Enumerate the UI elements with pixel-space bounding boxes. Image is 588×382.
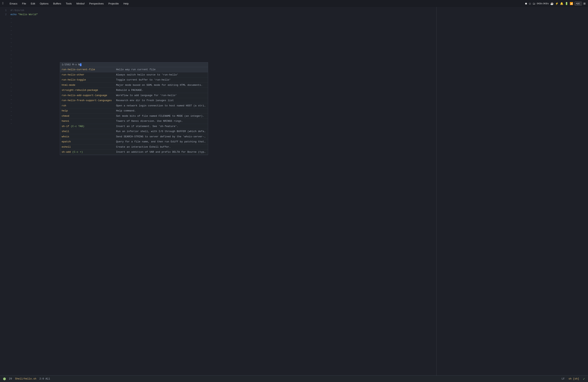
menu-file[interactable]: File [20, 1, 28, 6]
completion-desc-label: Set mode bits of file named FILENAME to … [116, 114, 206, 118]
completion-cmd-label: chmod [62, 114, 116, 118]
completion-cmd-label: run-hello-add-support-language [62, 94, 116, 97]
completion-row[interactable]: epatchQuery for a file name, and then ru… [60, 139, 208, 145]
completion-desc-label: Major mode based on SGML mode for editin… [116, 83, 206, 87]
menubar-right: ⏺ ◇ 🗂 0KB/s 0KB/s ☕ ⚡ 🔔 🔋 📶 ABC ⊞ [525, 2, 586, 5]
completion-row[interactable]: sh-add (C-c +)Insert an addition of VAR … [60, 149, 208, 155]
code-line-2: echo "Hello World" [10, 13, 436, 17]
completion-row[interactable]: run-hello-toggleToggle current buffer to… [60, 77, 208, 83]
completion-row[interactable]: eshellCreate an interactive Eshell buffe… [60, 145, 208, 150]
finder-icon: 🗂 [533, 2, 535, 5]
completion-desc-label: Help command. [116, 109, 206, 113]
completion-cmd-label: help [62, 109, 116, 113]
menu-options[interactable]: Options [38, 1, 51, 6]
completion-input: h [78, 63, 80, 66]
completion-row[interactable]: chmodSet mode bits of file named FILENAM… [60, 114, 208, 119]
completion-cmd-label: eshell [62, 145, 116, 149]
wifi-icon: 📶 [570, 2, 573, 5]
completion-cmd-label: epatch [62, 140, 116, 144]
line-numbers: 1 2 [0, 9, 10, 374]
completion-desc-label: Workflow to add language for 'run-hello' [116, 94, 206, 97]
completion-row[interactable]: rshOpen a network login connection to ho… [60, 103, 208, 108]
completion-desc-label: Rebuild a PACKAGE. [116, 88, 206, 92]
menu-minibuf[interactable]: Minibuf [74, 1, 87, 6]
completion-cmd-label: run-hello-other [62, 73, 116, 77]
completion-popup[interactable]: 1/2562 M-x h run-hello-current-fileHello… [60, 62, 208, 155]
completion-cursor [80, 64, 82, 66]
completion-cmd-label: straight-rebuild-package [62, 88, 116, 92]
line-num-1: 1 [0, 9, 7, 13]
completion-desc-label: Insert an addition of VAR and prefix DEL… [116, 150, 206, 154]
menu-tools[interactable]: Tools [63, 1, 74, 6]
status-line-ending: LF [562, 377, 565, 380]
completion-row[interactable]: hanoiTowers of Hanoi diversion. Use NRIN… [60, 119, 208, 124]
completion-desc-label: Towers of Hanoi diversion. Use NRINGS ri… [116, 119, 206, 123]
keyboard-icon: ABC [575, 2, 582, 5]
completion-row[interactable]: run-hello-otherAlways switch hello sourc… [60, 72, 208, 78]
completion-row[interactable]: helpHelp command. [60, 108, 208, 114]
editor-pane-right [436, 7, 588, 375]
completion-cmd-label: sh-add (C-c +) [62, 150, 116, 154]
status-indicator [3, 378, 6, 380]
completion-cmd-label: html-mode [62, 83, 116, 87]
menu-edit[interactable]: Edit [28, 1, 37, 6]
completion-cmd-label: hanoi [62, 119, 116, 123]
menu-emacs[interactable]: Emacs [7, 1, 20, 6]
completion-desc-label: Always switch hello source to 'run-hello… [116, 73, 206, 77]
completion-cmd-label: whois [62, 135, 116, 139]
status-line-number: 29 [9, 377, 12, 380]
menu-projectile[interactable]: Projectile [106, 1, 121, 6]
completion-desc-label: Query for a file name, and then run Edif… [116, 140, 206, 144]
menu-perspectives[interactable]: Perspectives [87, 1, 106, 6]
completion-header: 1/2562 M-x h [60, 63, 208, 67]
completion-cmd-label: run-hello-current-file [62, 68, 116, 72]
completion-desc-label: Toggle current buffer to 'run-hello' [116, 78, 206, 82]
coffee-icon: ☕ [550, 2, 554, 5]
completion-desc-label: Research env dir to fresh lanuges list [116, 99, 206, 103]
completion-row[interactable]: run-hello-fresh-support-languagesResearc… [60, 98, 208, 103]
completion-cmd-label: sh-if (C-c TAB) [62, 125, 116, 128]
completion-desc-label: Send SEARCH-STRING to server defined by … [116, 135, 206, 139]
completion-rows: run-hello-current-fileHello way run curr… [60, 67, 208, 155]
apple-menu-icon[interactable]:  [2, 2, 4, 5]
completion-cmd-label: rsh [62, 104, 116, 108]
statusbar: 29 Shell/hello.sh 2:0 All LF sh [sh] ✓ [0, 375, 588, 382]
status-filename: Shell/hello.sh [15, 377, 36, 380]
completion-cmd-label: run-hello-fresh-support-languages [62, 99, 116, 103]
completion-desc-label: Hello way run current file [116, 68, 206, 72]
status-position: 2:0 All [40, 377, 50, 380]
completion-row[interactable]: html-modeMajor mode based on SGML mode f… [60, 83, 208, 88]
vpn-icon: ◇ [529, 2, 531, 5]
menubar:  Emacs File Edit Options Buffers Tools … [0, 0, 588, 7]
record-icon: ⏺ [525, 2, 527, 5]
completion-row[interactable]: whoisSend SEARCH-STRING to server define… [60, 134, 208, 139]
completion-desc-label: Create an interactive Eshell buffer. [116, 145, 206, 149]
completion-cmd-label: shell [62, 129, 116, 133]
completion-row[interactable]: run-hello-add-support-languageWorkflow t… [60, 93, 208, 98]
completion-row[interactable]: shellRun an inferior shell, with I/O thr… [60, 129, 208, 134]
completion-cmd-label: run-hello-toggle [62, 78, 116, 82]
completion-count: 1/2562 M-x [62, 63, 78, 66]
status-check-icon: ✓ [583, 377, 585, 381]
notification-icon: 🔔 [560, 2, 563, 5]
completion-row[interactable]: straight-rebuild-packageRebuild a PACKAG… [60, 88, 208, 93]
network-speed: 0KB/s 0KB/s [537, 2, 549, 5]
completion-desc-label: Run an inferior shell, with I/O through … [116, 129, 206, 133]
battery-icon: 🔋 [565, 2, 568, 5]
mic-icon: ⚡ [555, 2, 558, 5]
completion-row[interactable]: sh-if (C-c TAB)Insert an if statement. S… [60, 124, 208, 129]
code-line-1: #!/bin/sh [10, 9, 436, 13]
menu-buffers[interactable]: Buffers [51, 1, 63, 6]
line-num-2: 2 [0, 13, 7, 17]
status-right: LF sh [sh] ✓ [562, 377, 585, 381]
completion-desc-label: Open a network login connection to host … [116, 104, 206, 108]
menu-help[interactable]: Help [121, 1, 131, 6]
windows-icon: ⊞ [583, 2, 586, 5]
status-mode: sh [sh] [568, 377, 579, 380]
completion-row[interactable]: run-hello-current-fileHello way run curr… [60, 67, 208, 72]
completion-desc-label: Insert an if statement. See 'sh-feature'… [116, 125, 206, 128]
